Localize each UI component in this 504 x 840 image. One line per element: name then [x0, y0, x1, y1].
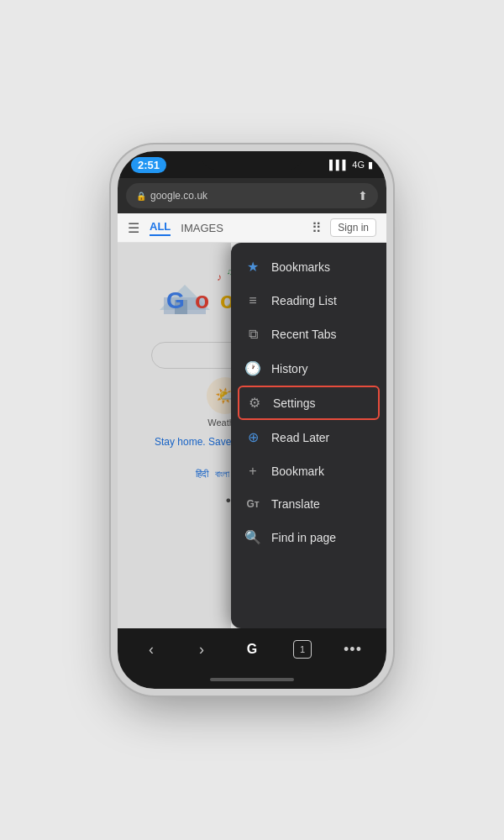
sign-in-button[interactable]: Sign in: [330, 218, 376, 237]
google-g-button[interactable]: G: [237, 634, 267, 664]
recent-tabs-icon: ⧉: [244, 327, 261, 342]
dropdown-menu: ★ Bookmarks ≡ Reading List ⧉ Recent Tabs…: [231, 243, 386, 628]
forward-icon: ›: [199, 641, 204, 659]
lock-icon: 🔒: [136, 192, 146, 201]
status-time: 2:51: [131, 157, 166, 173]
history-label: History: [271, 362, 308, 375]
recent-tabs-label: Recent Tabs: [271, 328, 337, 341]
status-bar: 2:51 ▌▌▌ 4G ▮: [118, 151, 386, 178]
tabs-count: 1: [300, 644, 305, 654]
grid-icon[interactable]: ⠿: [312, 220, 322, 236]
menu-item-recent-tabs[interactable]: ⧉ Recent Tabs: [231, 318, 386, 351]
bookmark-label: Bookmark: [271, 465, 324, 478]
home-indicator: [118, 670, 386, 689]
share-icon[interactable]: ⬆: [358, 189, 368, 202]
reading-list-icon: ≡: [244, 293, 261, 308]
hamburger-icon[interactable]: ☰: [128, 220, 139, 236]
translate-label: Translate: [271, 497, 320, 511]
network-label: 4G: [352, 160, 365, 170]
nav-all[interactable]: ALL: [150, 220, 171, 236]
read-later-icon: ⊕: [244, 429, 261, 445]
menu-item-find-in-page[interactable]: 🔍 Find in page: [231, 520, 386, 554]
bottom-toolbar: ‹ › G 1 •••: [118, 628, 386, 670]
menu-item-bookmark[interactable]: + Bookmark: [231, 454, 386, 488]
nav-right: ⠿ Sign in: [312, 218, 376, 237]
bookmark-add-icon: +: [244, 464, 261, 479]
back-icon: ‹: [149, 641, 154, 659]
tabs-button[interactable]: 1: [287, 634, 318, 664]
address-bar-left: 🔒 google.co.uk: [136, 190, 207, 202]
bookmarks-icon: ★: [244, 259, 261, 275]
signal-icon: ▌▌▌: [329, 160, 349, 170]
home-indicator-bar: [210, 678, 294, 681]
back-button[interactable]: ‹: [136, 634, 166, 664]
menu-overlay[interactable]: [118, 243, 231, 628]
find-in-page-icon: 🔍: [244, 529, 261, 545]
menu-item-bookmarks[interactable]: ★ Bookmarks: [231, 249, 386, 284]
settings-icon: ⚙: [246, 395, 263, 411]
read-later-label: Read Later: [271, 431, 329, 444]
more-button[interactable]: •••: [338, 634, 368, 664]
menu-item-read-later[interactable]: ⊕ Read Later: [231, 420, 386, 454]
forward-button[interactable]: ›: [186, 634, 217, 664]
url-text: google.co.uk: [150, 190, 207, 202]
find-in-page-label: Find in page: [271, 531, 336, 544]
nav-images[interactable]: IMAGES: [181, 222, 223, 234]
menu-item-reading-list[interactable]: ≡ Reading List: [231, 284, 386, 318]
browser-nav: ☰ ALL IMAGES ⠿ Sign in: [118, 213, 386, 243]
settings-label: Settings: [273, 396, 316, 410]
notch: [202, 151, 302, 170]
google-g-icon: G: [247, 642, 257, 657]
address-bar[interactable]: 🔒 google.co.uk ⬆: [126, 183, 378, 208]
bookmarks-label: Bookmarks: [271, 260, 330, 274]
browser-chrome: 🔒 google.co.uk ⬆: [118, 178, 386, 213]
tabs-icon: 1: [293, 640, 312, 659]
translate-icon: Gт: [244, 498, 261, 510]
menu-item-translate[interactable]: Gт Translate: [231, 488, 386, 520]
more-icon: •••: [344, 641, 362, 659]
menu-item-settings[interactable]: ⚙ Settings: [238, 386, 380, 420]
battery-icon: ▮: [368, 160, 373, 171]
reading-list-label: Reading List: [271, 294, 337, 307]
menu-item-history[interactable]: 🕐 History: [231, 351, 386, 386]
status-icons: ▌▌▌ 4G ▮: [329, 160, 373, 171]
browser-content: G o o g l e ♪ ♫ ♥: [118, 243, 386, 628]
history-icon: 🕐: [244, 360, 261, 376]
phone-frame: 2:51 ▌▌▌ 4G ▮ 🔒 google.co.uk ⬆ ☰ ALL IMA…: [118, 151, 386, 689]
